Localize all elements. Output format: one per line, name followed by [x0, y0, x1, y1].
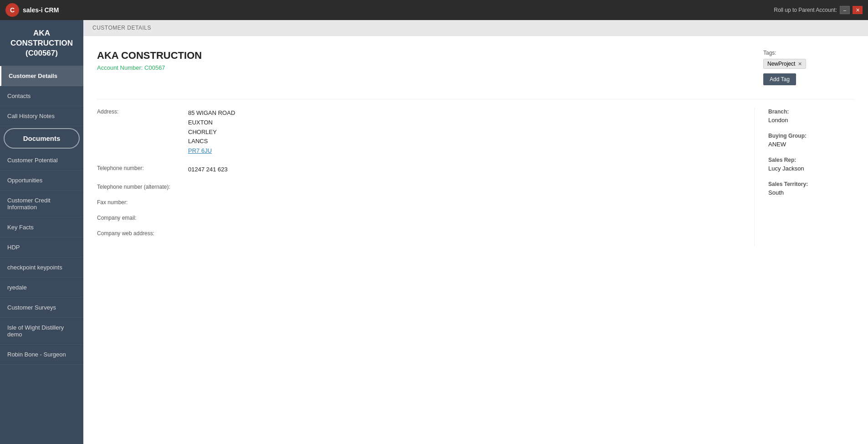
sidebar-item-robin-bone[interactable]: Robin Bone - Surgeon: [0, 345, 83, 365]
content-area: CUSTOMER DETAILS AKA CONSTRUCTION Accoun…: [83, 20, 868, 444]
sales-territory-label: Sales Territory:: [768, 181, 854, 187]
details-right: Branch: London Buying Group: ANEW Sales …: [754, 108, 854, 246]
branch-label: Branch:: [768, 108, 854, 115]
sales-territory-block: Sales Territory: South: [768, 181, 854, 196]
sidebar: AKA CONSTRUCTION (C00567) Customer Detai…: [0, 20, 83, 444]
customer-name: AKA CONSTRUCTION: [97, 50, 763, 62]
top-bar: C sales-i CRM Roll up to Parent Account:…: [0, 0, 868, 20]
sidebar-item-hdp[interactable]: HDP: [0, 237, 83, 258]
sidebar-item-customer-surveys[interactable]: Customer Surveys: [0, 298, 83, 318]
logo-area: C sales-i CRM: [5, 3, 59, 17]
address-line-3: CHORLEY: [188, 128, 235, 137]
fax-label: Fax number:: [97, 199, 188, 206]
email-row: Company email:: [97, 215, 736, 221]
address-label: Address:: [97, 108, 188, 156]
sidebar-item-documents[interactable]: Documents: [4, 128, 80, 149]
tag-remove-icon[interactable]: ✕: [798, 61, 802, 67]
account-number: Account Number: C00567: [97, 64, 763, 71]
customer-info-left: AKA CONSTRUCTION Account Number: C00567: [97, 50, 763, 85]
telephone-row: Telephone number: 01247 241 623: [97, 165, 736, 175]
buying-group-block: Buying Group: ANEW: [768, 133, 854, 148]
minimize-button[interactable]: –: [840, 6, 850, 14]
add-tag-button[interactable]: Add Tag: [763, 73, 796, 85]
tags-section: Tags: NewProject ✕ Add Tag: [763, 50, 854, 85]
page-header: CUSTOMER DETAILS: [83, 20, 868, 36]
details-left: Address: 85 WIGAN ROAD EUXTON CHORLEY LA…: [97, 108, 736, 246]
sidebar-item-ryedale[interactable]: ryedale: [0, 278, 83, 298]
sales-rep-block: Sales Rep: Lucy Jackson: [768, 157, 854, 172]
telephone-alt-label: Telephone number (alternate):: [97, 184, 188, 190]
top-section: AKA CONSTRUCTION Account Number: C00567 …: [97, 50, 854, 85]
tag-item: NewProject ✕: [763, 59, 806, 69]
email-label: Company email:: [97, 215, 188, 221]
buying-group-label: Buying Group:: [768, 133, 854, 139]
telephone-alt-row: Telephone number (alternate):: [97, 184, 736, 190]
tag-label: NewProject: [767, 61, 795, 67]
sales-rep-value: Lucy Jackson: [768, 165, 854, 172]
logo-icon: C: [5, 3, 19, 17]
sidebar-item-checkpoint-keypoints[interactable]: checkpoint keypoints: [0, 258, 83, 278]
sales-territory-value: South: [768, 189, 854, 196]
sidebar-item-opportunities[interactable]: Opportunities: [0, 170, 83, 191]
address-line-2: EUXTON: [188, 118, 235, 128]
sidebar-item-contacts[interactable]: Contacts: [0, 86, 83, 106]
branch-block: Branch: London: [768, 108, 854, 124]
telephone-label: Telephone number:: [97, 165, 188, 175]
page-content: AKA CONSTRUCTION Account Number: C00567 …: [83, 36, 868, 444]
address-value: 85 WIGAN ROAD EUXTON CHORLEY LANCS PR7 6…: [188, 108, 235, 156]
branch-value: London: [768, 117, 854, 124]
web-row: Company web address:: [97, 230, 736, 237]
details-section: Address: 85 WIGAN ROAD EUXTON CHORLEY LA…: [97, 99, 854, 246]
sales-rep-label: Sales Rep:: [768, 157, 854, 163]
sidebar-company-name: AKA CONSTRUCTION (C00567): [0, 20, 83, 66]
address-postcode[interactable]: PR7 6JU: [188, 146, 235, 156]
sidebar-item-customer-details[interactable]: Customer Details: [0, 66, 83, 86]
close-button[interactable]: ✕: [853, 6, 863, 14]
sidebar-item-isle-of-wight[interactable]: Isle of Wight Distillery demo: [0, 318, 83, 345]
web-label: Company web address:: [97, 230, 188, 237]
telephone-value: 01247 241 623: [188, 165, 228, 175]
sidebar-item-customer-potential[interactable]: Customer Potential: [0, 150, 83, 170]
fax-row: Fax number:: [97, 199, 736, 206]
roll-up-label: Roll up to Parent Account:: [774, 7, 837, 13]
tags-label: Tags:: [763, 50, 854, 56]
buying-group-value: ANEW: [768, 141, 854, 148]
sidebar-item-customer-credit-information[interactable]: Customer Credit Information: [0, 191, 83, 217]
address-line-1: 85 WIGAN ROAD: [188, 108, 235, 118]
sidebar-item-key-facts[interactable]: Key Facts: [0, 217, 83, 237]
app-title: sales-i CRM: [23, 6, 59, 14]
address-line-4: LANCS: [188, 137, 235, 146]
window-controls: Roll up to Parent Account: – ✕: [774, 6, 863, 14]
main-layout: AKA CONSTRUCTION (C00567) Customer Detai…: [0, 20, 868, 444]
address-row: Address: 85 WIGAN ROAD EUXTON CHORLEY LA…: [97, 108, 736, 156]
tags-list: NewProject ✕: [763, 59, 854, 72]
sidebar-item-call-history-notes[interactable]: Call History Notes: [0, 106, 83, 126]
